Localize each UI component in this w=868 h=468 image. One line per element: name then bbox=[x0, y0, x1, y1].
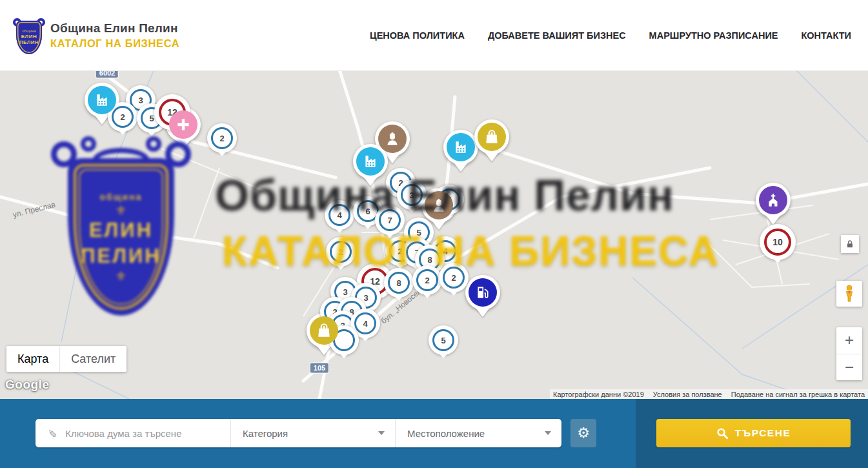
zoom-out-button[interactable]: − bbox=[836, 354, 862, 381]
map-cluster[interactable]: 2 bbox=[326, 237, 356, 267]
map-cluster[interactable]: 8 bbox=[384, 268, 414, 298]
nav-item-1[interactable]: ДОБАВЕТЕ ВАШИЯТ БИЗНЕС bbox=[488, 30, 626, 41]
municipality-crest-icon: община ЕЛИН ПЕЛИН bbox=[14, 17, 44, 54]
search-icon bbox=[716, 427, 729, 440]
fuel-icon bbox=[469, 278, 497, 307]
map-cluster[interactable]: 3 bbox=[397, 180, 427, 210]
map-pin-bag[interactable] bbox=[474, 119, 509, 154]
chevron-down-icon bbox=[378, 431, 385, 435]
cluster-count: 2 bbox=[330, 241, 352, 263]
cluster-count: 10 bbox=[764, 229, 791, 256]
lock-icon bbox=[845, 239, 855, 249]
chevron-down-icon bbox=[545, 431, 551, 435]
crest-name-line2: ПЕЛИН bbox=[19, 39, 39, 45]
main-nav: ЦЕНОВА ПОЛИТИКАДОБАВЕТЕ ВАШИЯТ БИЗНЕСМАР… bbox=[370, 30, 851, 41]
keyword-input[interactable] bbox=[64, 427, 212, 440]
map-pin-church[interactable] bbox=[756, 183, 791, 218]
advanced-settings-button[interactable]: ⚙ bbox=[570, 419, 596, 447]
site-logo[interactable]: община ЕЛИН ПЕЛИН Община Елин Пелин КАТА… bbox=[14, 17, 179, 54]
map-cluster[interactable]: 5 bbox=[429, 325, 458, 355]
map-markers: 32512223546752274812822333834510 bbox=[0, 71, 868, 399]
bag-icon bbox=[310, 316, 338, 345]
cluster-count: 2 bbox=[112, 106, 134, 128]
nav-item-0[interactable]: ЦЕНОВА ПОЛИТИКА bbox=[370, 30, 465, 41]
attribution-text: Картографски данни ©2019 bbox=[553, 391, 644, 398]
map-type-satellite-button[interactable]: Сателит bbox=[59, 346, 126, 372]
map-attribution: Картографски данни ©2019Условия за ползв… bbox=[550, 389, 868, 399]
site-title: Община Елин Пелин bbox=[50, 21, 179, 36]
keyword-section: ✎ bbox=[35, 419, 230, 447]
map-cluster[interactable]: 2 bbox=[207, 123, 237, 153]
worker-icon bbox=[378, 125, 407, 153]
pegman-button[interactable] bbox=[836, 281, 862, 307]
map-type-control: Карта Сателит bbox=[6, 346, 126, 372]
header: община ЕЛИН ПЕЛИН Община Елин Пелин КАТА… bbox=[0, 0, 868, 71]
location-select[interactable]: Местоположение bbox=[395, 419, 561, 447]
search-bar: ✎ Категория Местоположение ⚙ ТЪРСЕНЕ bbox=[0, 399, 868, 468]
attribution-link-2[interactable]: Подаване на сигнал за грешка в картата bbox=[731, 391, 865, 398]
map-cluster[interactable]: 10 bbox=[760, 224, 796, 260]
google-logo[interactable]: Google bbox=[5, 378, 49, 392]
zoom-control: + − bbox=[836, 327, 862, 380]
factory-icon bbox=[447, 133, 475, 161]
bag-icon bbox=[478, 123, 506, 151]
cluster-count: 7 bbox=[379, 209, 401, 231]
nav-item-3[interactable]: КОНТАКТИ bbox=[801, 30, 851, 41]
cluster-count: 8 bbox=[388, 272, 410, 294]
search-field-group: ✎ Категория Местоположение bbox=[35, 419, 561, 447]
worker-icon bbox=[425, 191, 453, 219]
map-type-map-button[interactable]: Карта bbox=[6, 346, 59, 372]
map-pin-fuel[interactable] bbox=[465, 275, 500, 310]
site-subtitle: КАТАЛОГ НА БИЗНЕСА bbox=[50, 37, 179, 50]
cluster-count: 5 bbox=[432, 329, 454, 351]
crest-name-line1: ЕЛИН bbox=[21, 34, 37, 39]
factory-icon bbox=[88, 86, 116, 114]
plus-icon bbox=[169, 110, 197, 139]
map-cluster[interactable]: 2 bbox=[439, 263, 469, 292]
location-label: Местоположение bbox=[407, 428, 485, 439]
map-canvas[interactable]: 6002105 ул. Преславбул. „Новоселци 32512… bbox=[0, 71, 868, 399]
map-cluster[interactable]: 4 bbox=[325, 200, 354, 230]
category-select[interactable]: Категория bbox=[230, 419, 395, 447]
cluster-count: 4 bbox=[328, 204, 350, 226]
category-label: Категория bbox=[243, 428, 288, 439]
cluster-count: 3 bbox=[401, 184, 423, 206]
attribution-link-1[interactable]: Условия за ползване bbox=[653, 391, 722, 398]
church-icon bbox=[759, 186, 787, 214]
factory-icon bbox=[356, 147, 385, 176]
map-cluster[interactable]: 7 bbox=[375, 205, 405, 235]
cluster-count: 2 bbox=[211, 127, 233, 149]
search-button[interactable]: ТЪРСЕНЕ bbox=[656, 419, 851, 447]
nav-item-2[interactable]: МАРШРУТНО РАЗПИСАНИЕ bbox=[649, 30, 778, 41]
cluster-count: 2 bbox=[416, 269, 438, 291]
crest-small-text: община bbox=[22, 29, 36, 34]
zoom-in-button[interactable]: + bbox=[836, 327, 862, 354]
map-pin-factory[interactable] bbox=[443, 130, 478, 165]
cluster-count: 2 bbox=[443, 267, 465, 289]
pegman-icon bbox=[842, 285, 857, 303]
lock-control-button[interactable] bbox=[841, 235, 859, 253]
pencil-icon: ✎ bbox=[45, 429, 59, 438]
cluster-count: 4 bbox=[354, 312, 376, 334]
search-button-label: ТЪРСЕНЕ bbox=[735, 427, 791, 439]
map-cluster[interactable]: 2 bbox=[412, 265, 442, 295]
